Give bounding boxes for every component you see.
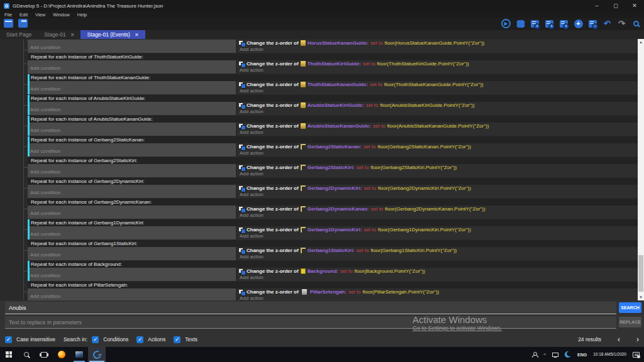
actions-area[interactable]: Change the z-order of Background: set to… xyxy=(238,268,638,281)
event-header[interactable]: Repeat for each instance of Gerbang1Dyna… xyxy=(28,219,638,226)
add-event-button[interactable] xyxy=(530,18,540,29)
actions-area[interactable]: Change the z-order of Gerbang2StaticKiri… xyxy=(238,164,638,177)
add-action-link[interactable]: Add action xyxy=(239,275,636,281)
close-button[interactable]: ✕ xyxy=(625,0,644,11)
add-condition-link[interactable]: Add condition xyxy=(30,169,60,175)
add-special-event-button[interactable]: + xyxy=(573,18,584,29)
add-condition-link[interactable]: Add condition xyxy=(30,231,60,237)
event-row[interactable]: Repeat for each instance of ThothStatueK… xyxy=(28,74,638,94)
file-explorer-button[interactable] xyxy=(70,347,88,362)
action-sentence[interactable]: Change the z-order of AnubisStatueKananG… xyxy=(239,123,636,129)
action-sentence[interactable]: Change the z-order of Gerbang2StaticKana… xyxy=(239,143,636,150)
case-insensitive-checkbox[interactable]: ✓ xyxy=(5,336,12,343)
conditions-area[interactable]: Add condition xyxy=(28,206,236,219)
language-indicator[interactable]: ENG xyxy=(575,347,589,362)
event-header[interactable]: Repeat for each instance of PillarSeteng… xyxy=(28,282,638,288)
action-sentence[interactable]: Change the z-order of Background: set to… xyxy=(239,268,636,275)
people-button[interactable] xyxy=(530,347,539,362)
add-condition-link[interactable]: Add condition xyxy=(30,65,60,71)
next-result-icon[interactable]: › xyxy=(636,336,639,343)
vertical-scrollbar[interactable]: ▲ ▼ xyxy=(638,39,644,300)
actions-area[interactable]: Change the z-order of HorusStatueKananGu… xyxy=(238,40,638,53)
delete-event-button[interactable] xyxy=(587,18,598,29)
event-row[interactable]: Repeat for each instance of PillarSeteng… xyxy=(28,282,638,300)
add-condition-link[interactable]: Add condition xyxy=(30,273,60,278)
action-sentence[interactable]: Change the z-order of PillarSetengah: se… xyxy=(239,288,636,295)
add-action-link[interactable]: Add action xyxy=(239,67,636,74)
actions-area[interactable]: Change the z-order of PillarSetengah: se… xyxy=(238,288,638,300)
search-input[interactable] xyxy=(5,302,616,314)
add-action-link[interactable]: Add action xyxy=(239,109,636,115)
menu-edit[interactable]: Edit xyxy=(19,12,28,18)
event-header[interactable]: Repeat for each instance of Gerbang1Stat… xyxy=(28,240,638,247)
action-sentence[interactable]: Change the z-order of Gerbang2DynamicKir… xyxy=(239,185,636,192)
add-action-link[interactable]: Add action xyxy=(239,47,636,53)
tab-stage-01-events[interactable]: Stage-01 (Events) ✕ xyxy=(80,30,145,39)
network-button[interactable] xyxy=(550,347,560,362)
event-header[interactable]: Repeat for each instance of Background: xyxy=(28,261,638,268)
menu-help[interactable]: Help xyxy=(77,12,87,18)
tray-app-button[interactable] xyxy=(563,347,573,362)
show-hidden-icons-button[interactable]: ^ xyxy=(541,347,548,362)
menu-window[interactable]: Window xyxy=(53,12,70,18)
event-row[interactable]: Repeat for each instance of AnubisStatue… xyxy=(28,116,638,136)
actions-area[interactable]: Change the z-order of Gerbang2StaticKana… xyxy=(238,143,638,156)
scene-editor-icon[interactable] xyxy=(18,19,28,28)
actions-area[interactable]: Change the z-order of ThothStatueKiriGui… xyxy=(238,60,638,74)
replace-button[interactable]: REPLACE xyxy=(619,317,641,327)
debug-button[interactable] xyxy=(515,18,526,29)
action-sentence[interactable]: Change the z-order of Gerbang2StaticKiri… xyxy=(239,164,636,171)
action-sentence[interactable]: Change the z-order of Gerbang1DynamicKir… xyxy=(239,226,636,233)
texts-checkbox[interactable]: ✓ xyxy=(174,336,180,343)
actions-area[interactable]: Change the z-order of Gerbang1DynamicKir… xyxy=(238,226,638,239)
event-header[interactable]: Repeat for each instance of AnubisStatue… xyxy=(28,116,638,123)
event-row[interactable]: Repeat for each instance of Gerbang1Stat… xyxy=(28,240,638,260)
undo-button[interactable]: ↶ xyxy=(602,18,613,29)
tab-start-page[interactable]: Start Page xyxy=(0,30,38,39)
actions-area[interactable]: Change the z-order of Gerbang1StaticKiri… xyxy=(238,247,638,260)
project-manager-icon[interactable] xyxy=(4,19,13,28)
conditions-checkbox[interactable]: ✓ xyxy=(92,336,99,343)
conditions-area[interactable]: Add condition xyxy=(28,123,236,136)
clock[interactable]: 10:18 AM 5/1/2020 xyxy=(591,347,628,362)
action-sentence[interactable]: Change the z-order of ThothStatueKiriGui… xyxy=(239,60,636,67)
close-tab-icon[interactable]: ✕ xyxy=(135,32,139,38)
conditions-area[interactable]: Add condition xyxy=(28,226,236,239)
conditions-area[interactable]: Add condition xyxy=(28,164,236,177)
scroll-down-arrow[interactable]: ▼ xyxy=(638,294,644,300)
actions-area[interactable]: Change the z-order of ThothStatueKananGu… xyxy=(238,81,638,94)
add-action-link[interactable]: Add action xyxy=(239,88,636,94)
tab-stage-01[interactable]: Stage-01 ✕ xyxy=(38,30,80,39)
conditions-area[interactable]: Add condition xyxy=(28,40,236,53)
event-row[interactable]: Repeat for each instance of ThothStatueK… xyxy=(28,53,638,74)
add-condition-link[interactable]: Add condition xyxy=(30,128,60,133)
add-action-link[interactable]: Add action xyxy=(239,233,636,239)
event-row[interactable]: Repeat for each instance of Gerbang2Stat… xyxy=(28,136,638,156)
actions-checkbox[interactable]: ✓ xyxy=(136,336,143,343)
previous-result-icon[interactable]: ‹ xyxy=(618,336,620,343)
event-header[interactable]: Repeat for each instance of Gerbang2Dyna… xyxy=(28,178,638,185)
action-center-button[interactable] xyxy=(631,347,641,362)
event-row[interactable]: Repeat for each instance of Gerbang1Dyna… xyxy=(28,219,638,239)
action-sentence[interactable]: Change the z-order of Gerbang1StaticKiri… xyxy=(239,247,636,254)
add-condition-link[interactable]: Add condition xyxy=(30,45,60,50)
minimize-button[interactable]: – xyxy=(587,0,606,11)
start-button[interactable] xyxy=(0,347,18,362)
event-header[interactable]: Repeat for each instance of ThothStatueK… xyxy=(28,53,638,60)
conditions-area[interactable]: Add condition xyxy=(28,268,236,281)
add-action-link[interactable]: Add action xyxy=(239,254,636,260)
add-condition-link[interactable]: Add condition xyxy=(30,148,60,154)
gdevelop-taskbar-button[interactable] xyxy=(88,347,106,362)
add-action-link[interactable]: Add action xyxy=(239,150,636,156)
add-action-link[interactable]: Add action xyxy=(239,212,636,219)
menu-view[interactable]: View xyxy=(35,12,45,18)
event-row[interactable]: Repeat for each instance of AnubisStatue… xyxy=(28,95,638,115)
event-header[interactable]: Repeat for each instance of Gerbang2Stat… xyxy=(28,136,638,143)
action-sentence[interactable]: Change the z-order of HorusStatueKananGu… xyxy=(239,40,636,47)
add-action-link[interactable]: Add action xyxy=(239,171,636,177)
play-button[interactable]: ▶ xyxy=(501,18,511,29)
event-row[interactable]: Add condition Change the z-order of Horu… xyxy=(28,40,638,53)
event-header[interactable]: Repeat for each instance of AnubisStatue… xyxy=(28,95,638,102)
event-row[interactable]: Repeat for each instance of Background: … xyxy=(28,261,638,281)
actions-area[interactable]: Change the z-order of AnubisStatueKiriGu… xyxy=(238,102,638,115)
